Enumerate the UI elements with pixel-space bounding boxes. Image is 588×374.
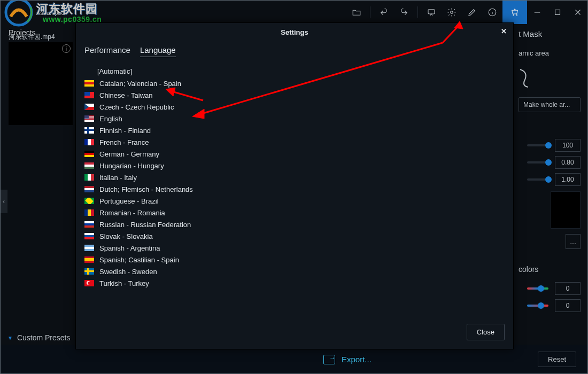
flag-icon bbox=[84, 209, 94, 216]
flag-icon bbox=[84, 256, 94, 263]
lang-label: Hungarian - Hungary bbox=[99, 162, 164, 170]
lang-item[interactable]: Russian - Russian Federation bbox=[84, 219, 505, 230]
flag-icon bbox=[84, 127, 94, 134]
flag-icon bbox=[84, 151, 94, 157]
flag-icon bbox=[84, 104, 94, 110]
tab-performance[interactable]: Performance bbox=[84, 45, 130, 57]
language-list[interactable]: [Automatic] Catalan; Valencian - SpainCh… bbox=[76, 59, 513, 318]
lang-label: Romanian - Romania bbox=[99, 209, 165, 217]
lang-label: Chinese - Taiwan bbox=[99, 91, 152, 99]
lang-item[interactable]: German - Germany bbox=[84, 148, 505, 160]
lang-item[interactable]: French - France bbox=[84, 136, 505, 148]
lang-label: Czech - Czech Republic bbox=[99, 103, 174, 111]
lang-item[interactable]: Italian - Italy bbox=[84, 172, 505, 183]
flag-icon bbox=[84, 186, 94, 192]
settings-dialog: Settings ✕ Performance Language [Automat… bbox=[75, 22, 514, 349]
lang-label: Italian - Italy bbox=[99, 174, 137, 182]
dialog-title: Settings bbox=[281, 28, 308, 36]
lang-item[interactable]: English bbox=[84, 113, 505, 124]
lang-automatic-label: [Automatic] bbox=[97, 67, 132, 75]
lang-item[interactable]: Finnish - Finland bbox=[84, 124, 505, 136]
lang-label: French - France bbox=[99, 138, 149, 146]
tab-language[interactable]: Language bbox=[140, 45, 176, 57]
lang-label: German - Germany bbox=[99, 150, 159, 158]
dialog-title-bar: Settings ✕ bbox=[76, 23, 513, 41]
flag-icon bbox=[84, 162, 94, 169]
lang-label: Dutch; Flemisch - Netherlands bbox=[99, 185, 193, 193]
lang-label: Turkish - Turkey bbox=[99, 279, 149, 287]
flag-icon bbox=[84, 174, 94, 181]
dialog-footer: Close bbox=[76, 318, 513, 349]
flag-icon bbox=[84, 198, 94, 204]
lang-item[interactable]: Dutch; Flemisch - Netherlands bbox=[84, 183, 505, 195]
lang-label: Spanish; Castilian - Spain bbox=[99, 256, 179, 264]
flag-icon bbox=[84, 280, 94, 286]
lang-item[interactable]: Swedish - Sweden bbox=[84, 266, 505, 277]
lang-label: Spanish - Argentina bbox=[99, 244, 160, 252]
flag-icon bbox=[84, 268, 94, 275]
lang-item[interactable]: Chinese - Taiwan bbox=[84, 89, 505, 101]
lang-label: Slovak - Slovakia bbox=[99, 232, 153, 240]
lang-item[interactable]: Hungarian - Hungary bbox=[84, 160, 505, 172]
lang-item[interactable]: Spanish - Argentina bbox=[84, 242, 505, 254]
dialog-tabs: Performance Language bbox=[76, 41, 513, 59]
lang-label: Finnish - Finland bbox=[99, 127, 151, 135]
close-button[interactable]: Close bbox=[467, 324, 505, 340]
flag-icon bbox=[84, 92, 94, 98]
lang-label: Catalan; Valencian - Spain bbox=[99, 80, 181, 88]
lang-item[interactable]: Romanian - Romania bbox=[84, 207, 505, 219]
flag-icon bbox=[84, 245, 94, 251]
dialog-close-icon[interactable]: ✕ bbox=[501, 27, 507, 35]
lang-label: Swedish - Sweden bbox=[99, 268, 157, 276]
lang-automatic[interactable]: [Automatic] bbox=[84, 65, 505, 77]
lang-item[interactable]: Czech - Czech Republic bbox=[84, 101, 505, 113]
lang-item[interactable]: Catalan; Valencian - Spain bbox=[84, 77, 505, 89]
flag-icon bbox=[84, 221, 94, 228]
lang-label: Russian - Russian Federation bbox=[99, 221, 191, 229]
flag-icon bbox=[84, 115, 94, 122]
flag-icon bbox=[84, 233, 94, 239]
lang-item[interactable]: Portuguese - Brazil bbox=[84, 195, 505, 207]
lang-label: Portuguese - Brazil bbox=[99, 197, 159, 205]
flag-icon bbox=[84, 80, 94, 87]
lang-item[interactable]: Turkish - Turkey bbox=[84, 277, 505, 289]
lang-item[interactable]: Spanish; Castilian - Spain bbox=[84, 254, 505, 266]
flag-icon bbox=[84, 139, 94, 145]
lang-label: English bbox=[99, 115, 122, 123]
lang-item[interactable]: Slovak - Slovakia bbox=[84, 230, 505, 242]
